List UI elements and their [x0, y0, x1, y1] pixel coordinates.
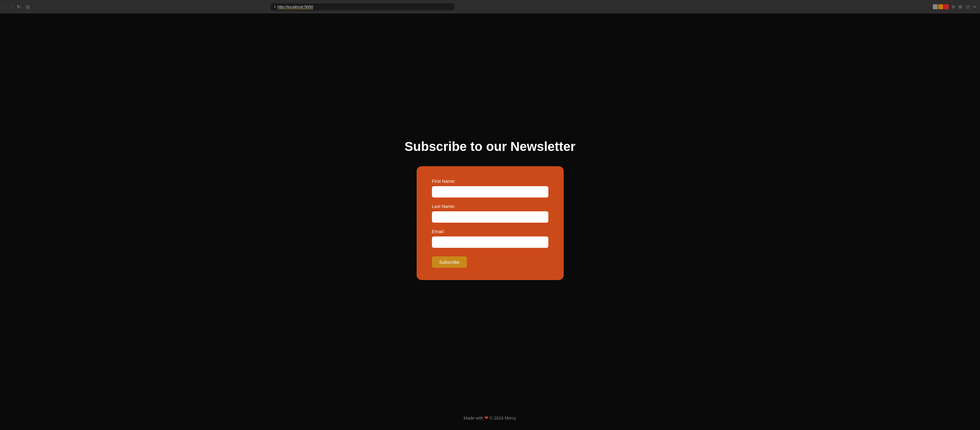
address-bar[interactable]: ℹ http://localhost:5000 — [270, 3, 454, 10]
footer-text-before: Made with — [464, 416, 484, 420]
url-text: http://localhost:5000 — [278, 5, 313, 9]
swatch-orange — [938, 4, 943, 9]
extensions-button[interactable]: ⧉ — [951, 4, 956, 10]
first-name-group: First Name: — [432, 179, 548, 198]
nav-buttons: ‹ › ↻ — [4, 3, 22, 10]
email-group: Email: — [432, 229, 548, 248]
forward-button[interactable]: › — [10, 3, 13, 10]
subscribe-button[interactable]: Subscribe — [432, 256, 467, 268]
menu-button[interactable]: ≡ — [973, 4, 976, 10]
bookmark-icon[interactable]: ⊟ — [26, 4, 30, 10]
last-name-label: Last Name: — [432, 204, 548, 209]
first-name-input[interactable] — [432, 186, 548, 198]
swatch-red — [944, 4, 949, 9]
last-name-group: Last Name: — [432, 204, 548, 223]
first-name-label: First Name: — [432, 179, 548, 184]
page-content: Subscribe to our Newsletter First Name: … — [0, 13, 980, 406]
swatch-gray — [933, 4, 938, 9]
email-label: Email: — [432, 229, 548, 234]
page-title: Subscribe to our Newsletter — [405, 139, 576, 154]
color-swatches — [933, 4, 949, 9]
reload-button[interactable]: ↻ — [16, 3, 22, 10]
last-name-input[interactable] — [432, 211, 548, 223]
page-footer: Made with ❤ © 2024 Mercy — [0, 406, 980, 430]
lock-icon: ℹ — [274, 5, 276, 9]
browser-chrome: ‹ › ↻ ⊟ ℹ http://localhost:5000 ⧉ ⊞ ⊡ ≡ — [0, 0, 980, 13]
profile-button[interactable]: ⊡ — [965, 4, 970, 10]
footer-text-after: © 2024 Mercy — [490, 416, 516, 420]
footer-heart-icon: ❤ — [484, 415, 488, 420]
back-button[interactable]: ‹ — [4, 3, 8, 10]
sidebar-button[interactable]: ⊞ — [958, 4, 963, 10]
browser-actions: ⧉ ⊞ ⊡ ≡ — [933, 4, 976, 10]
email-input[interactable] — [432, 237, 548, 248]
form-card: First Name: Last Name: Email: Subscribe — [417, 166, 564, 280]
